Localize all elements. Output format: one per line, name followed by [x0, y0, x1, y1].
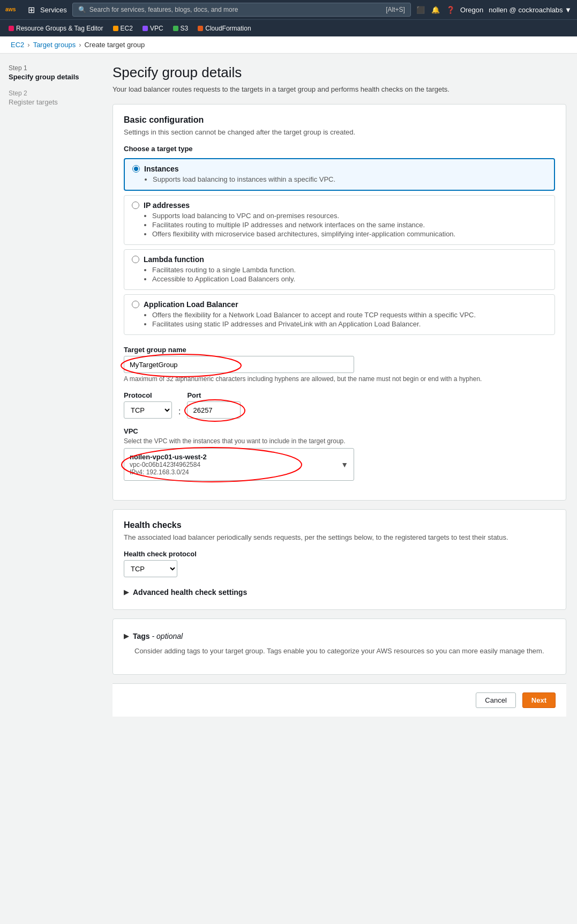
vpc-dropdown[interactable]: nollen-vpc01-us-west-2 vpc-0c06b1423f496… — [124, 448, 354, 481]
radio-alb-label: Application Load Balancer — [144, 300, 238, 309]
health-checks-desc: The associated load balancer periodicall… — [124, 533, 555, 541]
main-layout: Step 1 Specify group details Step 2 Regi… — [0, 54, 577, 924]
basic-config-title: Basic configuration — [124, 115, 555, 125]
footer-buttons: Cancel Next — [113, 683, 566, 717]
vpc-cidr: IPv4: 192.168.3.0/24 — [130, 468, 348, 476]
basic-config-subtitle: Settings in this section cannot be chang… — [124, 128, 555, 136]
search-shortcut: [Alt+S] — [386, 6, 405, 13]
protocol-col: Protocol TCP — [124, 391, 172, 419]
target-group-name-label: Target group name — [124, 346, 555, 354]
health-check-protocol-select[interactable]: TCP — [124, 560, 177, 577]
next-button[interactable]: Next — [522, 692, 556, 708]
aws-logo: aws — [5, 4, 23, 15]
tags-card: ▶ Tags - optional Consider adding tags t… — [113, 619, 566, 675]
target-group-name-hint: A maximum of 32 alphanumeric characters … — [124, 375, 555, 383]
radio-instances-desc: Supports load balancing to instances wit… — [144, 175, 546, 184]
tags-collapse-icon: ▶ — [124, 632, 129, 640]
global-search[interactable]: 🔍 Search for services, features, blogs, … — [72, 3, 411, 17]
radio-ip-input[interactable] — [132, 202, 139, 209]
radio-ip-addresses[interactable]: IP addresses Supports load balancing to … — [124, 195, 555, 245]
sidebar: Step 1 Specify group details Step 2 Regi… — [0, 54, 107, 924]
protocol-select[interactable]: TCP — [124, 401, 172, 419]
vpc-group: VPC Select the VPC with the instances th… — [124, 427, 555, 481]
port-input[interactable] — [187, 401, 241, 419]
region-selector[interactable]: Oregon — [460, 6, 483, 14]
vpc-hint: Select the VPC with the instances that y… — [124, 437, 555, 445]
service-tag-label: S3 — [181, 25, 189, 32]
service-tag-label: EC2 — [121, 25, 133, 32]
radio-lambda[interactable]: Lambda function Facilitates routing to a… — [124, 249, 555, 290]
breadcrumb: EC2 › Target groups › Create target grou… — [0, 36, 577, 54]
advanced-health-label: Advanced health check settings — [133, 588, 247, 597]
service-tag-label: CloudFormation — [205, 25, 251, 32]
breadcrumb-current: Create target group — [84, 41, 145, 49]
service-tag-label: VPC — [150, 25, 163, 32]
radio-alb[interactable]: Application Load Balancer Offers the fle… — [124, 294, 555, 335]
health-checks-card: Health checks The associated load balanc… — [113, 509, 566, 610]
radio-ip-desc: Supports load balancing to VPC and on-pr… — [144, 212, 547, 239]
radio-ip-label: IP addresses — [144, 201, 190, 210]
step2-title: Register targets — [9, 98, 99, 106]
radio-alb-input[interactable] — [132, 301, 139, 308]
nav-icons: ⬛ 🔔 ❓ — [416, 6, 455, 14]
vpc-id: vpc-0c06b1423f4962584 — [130, 461, 348, 468]
main-content: Specify group details Your load balancer… — [107, 54, 577, 924]
cancel-button[interactable]: Cancel — [476, 692, 515, 708]
terminal-icon[interactable]: ⬛ — [416, 6, 425, 14]
advanced-health-check-toggle[interactable]: ▶ Advanced health check settings — [124, 586, 555, 599]
health-check-protocol-label: Health check protocol — [124, 550, 555, 558]
radio-lambda-label: Lambda function — [144, 255, 204, 264]
health-checks-title: Health checks — [124, 520, 555, 530]
radio-alb-desc: Offers the flexibility for a Network Loa… — [144, 311, 547, 329]
tags-toggle[interactable]: ▶ Tags - optional — [124, 630, 555, 643]
target-type-label: Choose a target type — [124, 145, 555, 153]
vpc-label: VPC — [124, 427, 555, 435]
collapse-icon: ▶ — [124, 588, 129, 596]
service-tag-ec2[interactable]: EC2 — [110, 24, 136, 33]
service-tag-s3[interactable]: S3 — [170, 24, 192, 33]
service-bar: Resource Groups & Tag Editor EC2 VPC S3 … — [0, 19, 577, 36]
tags-title: Tags - optional — [133, 632, 183, 640]
protocol-port-row: Protocol TCP : Port — [124, 391, 555, 419]
breadcrumb-target-groups[interactable]: Target groups — [33, 41, 76, 49]
target-group-name-input[interactable] — [124, 356, 354, 373]
basic-config-card: Basic configuration Settings in this sec… — [113, 104, 566, 501]
radio-instances[interactable]: Instances Supports load balancing to ins… — [124, 158, 555, 191]
page-title: Specify group details — [113, 64, 566, 81]
step1-title: Specify group details — [9, 73, 99, 81]
radio-instances-input[interactable] — [132, 165, 140, 173]
service-tag-cloudformation[interactable]: CloudFormation — [194, 24, 254, 33]
search-icon: 🔍 — [78, 6, 86, 13]
svg-text:aws: aws — [5, 6, 16, 12]
target-group-name-group: Target group name A maximum of 32 alphan… — [124, 346, 555, 383]
top-nav: aws ⊞ Services 🔍 Search for services, fe… — [0, 0, 577, 19]
radio-lambda-desc: Facilitates routing to a single Lambda f… — [144, 266, 547, 284]
health-check-protocol-group: Health check protocol TCP — [124, 550, 555, 577]
tags-desc: Consider adding tags to your target grou… — [124, 647, 555, 655]
colon-separator: : — [178, 407, 181, 419]
breadcrumb-ec2[interactable]: EC2 — [11, 41, 24, 49]
service-tag-vpc[interactable]: VPC — [139, 24, 167, 33]
radio-lambda-input[interactable] — [132, 256, 139, 263]
page-description: Your load balancer routes requests to th… — [113, 85, 566, 93]
bell-icon[interactable]: 🔔 — [431, 6, 440, 14]
user-menu[interactable]: nollen @ cockroachlabs ▼ — [489, 6, 572, 14]
service-tag-label: Resource Groups & Tag Editor — [16, 25, 103, 32]
vpc-main-name: nollen-vpc01-us-west-2 — [130, 453, 348, 461]
vpc-dropdown-arrow: ▼ — [341, 460, 348, 469]
port-label: Port — [187, 391, 241, 399]
step1-label: Step 1 — [9, 64, 99, 72]
services-label: Services — [40, 6, 67, 14]
service-tag-resource-groups[interactable]: Resource Groups & Tag Editor — [5, 24, 107, 33]
radio-instances-label: Instances — [144, 165, 179, 173]
protocol-label: Protocol — [124, 391, 172, 399]
grid-icon[interactable]: ⊞ — [28, 5, 35, 15]
services-menu[interactable]: Services — [40, 6, 67, 14]
help-icon[interactable]: ❓ — [446, 6, 455, 14]
search-placeholder: Search for services, features, blogs, do… — [89, 6, 238, 13]
port-col: Port — [187, 391, 241, 419]
step2-label: Step 2 — [9, 90, 99, 97]
